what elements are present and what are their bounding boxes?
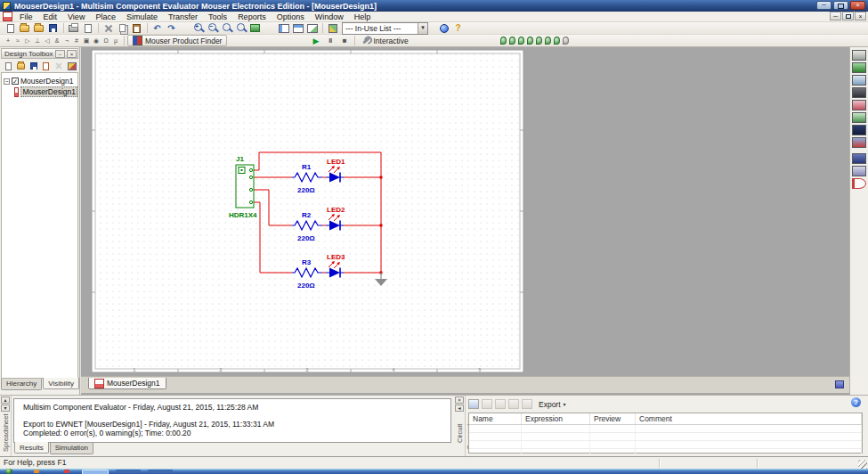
menu-place[interactable]: Place [90, 12, 121, 22]
add-parameter-button[interactable] [468, 399, 479, 409]
function-generator-icon[interactable] [852, 62, 866, 73]
design-toolbox-close-button[interactable]: × [67, 50, 77, 58]
place-indicator-button[interactable]: ◉ [92, 35, 101, 46]
mdi-minimize-button[interactable]: ─ [830, 12, 841, 20]
voltage-current-probe-button[interactable] [536, 37, 542, 45]
circuit-parameter-help-icon[interactable]: ? [851, 397, 861, 407]
fullscreen-button[interactable] [248, 22, 262, 34]
tab-results[interactable]: Results [14, 442, 49, 454]
stop-button[interactable]: ■ [337, 35, 351, 46]
menu-file[interactable]: File [14, 12, 38, 22]
taskbar-app-icon[interactable] [34, 470, 39, 473]
toggle-design-toolbox-button[interactable] [277, 22, 290, 34]
document-tab[interactable]: MouserDesign1 [88, 378, 166, 389]
sheet-corner-icon[interactable] [835, 380, 844, 388]
place-mixed-button[interactable]: ▣ [82, 35, 91, 46]
run-button[interactable]: ▶ [309, 35, 322, 46]
export-button[interactable]: Export ▾ [539, 400, 566, 409]
place-analog-button[interactable]: ◁ [43, 35, 52, 46]
bode-plotter-icon[interactable] [852, 112, 866, 123]
toggle-spreadsheet-button[interactable] [291, 22, 304, 34]
design-toolbox-minimize-button[interactable]: − [55, 50, 65, 58]
resistor-value-label[interactable]: 220Ω [297, 186, 315, 194]
taskbar-window-button-active[interactable] [82, 470, 109, 474]
mouser-product-finder-button[interactable]: Mouser Product Finder [127, 35, 227, 46]
resize-grip[interactable] [858, 460, 867, 469]
zoom-in-button[interactable]: + [191, 22, 205, 34]
delete-design-button[interactable] [53, 61, 64, 72]
taskbar-window-button[interactable] [116, 470, 141, 473]
place-misc-digital-button[interactable]: # [72, 35, 81, 46]
save-button[interactable] [46, 22, 60, 34]
print-button[interactable] [67, 22, 80, 34]
column-expression[interactable]: Expression [522, 413, 590, 424]
zoom-area-button[interactable] [220, 22, 233, 34]
document-icon[interactable] [3, 12, 12, 21]
multimeter-icon[interactable] [852, 50, 866, 61]
parameter-empty-row[interactable] [469, 425, 862, 433]
close-button[interactable]: × [850, 1, 865, 10]
dropdown-arrow-icon[interactable]: ▼ [418, 23, 427, 34]
parameter-empty-row[interactable] [469, 441, 862, 449]
resistor-ref-label[interactable]: R3 [302, 258, 312, 266]
logic-analyzer-icon[interactable] [852, 153, 866, 164]
new-button[interactable] [4, 22, 17, 34]
reference-probe-button[interactable] [545, 37, 551, 45]
resistor-ref-label[interactable]: R2 [302, 211, 312, 219]
place-misc-button[interactable]: Ω [101, 35, 110, 46]
word-generator-icon[interactable] [852, 137, 866, 148]
zoom-fit-button[interactable] [234, 22, 247, 34]
move-parameter-button[interactable] [508, 399, 519, 409]
logic-converter-icon[interactable] [852, 166, 866, 176]
tree-root-row[interactable]: − ✓ MouserDesign1 [2, 76, 77, 86]
save-design-button[interactable] [28, 61, 39, 72]
menu-tools[interactable]: Tools [203, 12, 232, 22]
schematic-workspace[interactable]: 1 2 3 4 5 [81, 47, 849, 395]
menu-edit[interactable]: Edit [38, 12, 63, 22]
place-ttl-button[interactable]: & [53, 35, 61, 46]
mdi-close-button[interactable]: × [855, 12, 866, 20]
resistor-value-label[interactable]: 220Ω [297, 234, 315, 242]
current-probe-button[interactable] [509, 37, 515, 45]
tab-simulation[interactable]: Simulation [50, 443, 93, 454]
open-design-button[interactable] [15, 61, 27, 72]
menu-simulate[interactable]: Simulate [121, 12, 163, 22]
snapshot-button[interactable] [66, 61, 77, 72]
resistor-ref-label[interactable]: R1 [302, 163, 312, 171]
menu-view[interactable]: View [62, 12, 90, 22]
column-preview[interactable]: Preview [590, 413, 636, 424]
power-probe-button[interactable] [518, 37, 524, 45]
place-cmos-button[interactable]: ¬ [62, 35, 71, 46]
in-use-list-button[interactable] [326, 22, 339, 34]
oscilloscope-icon[interactable] [852, 87, 866, 98]
refresh-parameter-button[interactable] [522, 399, 532, 409]
tab-visibility[interactable]: Visibility [43, 378, 79, 389]
close-design-button[interactable] [40, 61, 52, 72]
place-basic-button[interactable]: ≈ [13, 35, 22, 46]
menu-options[interactable]: Options [272, 12, 310, 22]
place-diode-button[interactable]: ▷ [23, 35, 32, 46]
taskbar-window-button[interactable] [148, 470, 173, 473]
voltage-probe-button[interactable] [500, 37, 507, 45]
column-name[interactable]: Name [469, 413, 522, 424]
parameter-empty-row[interactable] [469, 433, 862, 441]
minimize-button[interactable]: ─ [816, 1, 831, 10]
schematic-canvas[interactable]: 1 2 3 4 5 [81, 47, 849, 376]
menu-help[interactable]: Help [349, 12, 377, 22]
frequency-counter-icon[interactable] [852, 125, 866, 135]
cut-button[interactable] [101, 22, 115, 34]
help-button[interactable]: ? [451, 22, 465, 34]
differential-voltage-probe-button[interactable] [527, 37, 533, 45]
digital-probe-button[interactable] [554, 37, 560, 45]
wattmeter-icon[interactable] [852, 75, 866, 86]
tab-hierarchy[interactable]: Hierarchy [1, 379, 42, 390]
column-comment[interactable]: Comment [636, 413, 862, 424]
copy-button[interactable] [116, 22, 129, 34]
menu-window[interactable]: Window [310, 12, 349, 22]
mdi-restore-button[interactable] [842, 12, 854, 20]
circuit-parameter-close-button[interactable]: × [455, 396, 464, 404]
zoom-out-button[interactable]: − [206, 22, 219, 34]
led-ref-label[interactable]: LED1 [327, 158, 345, 166]
circuit-parameter-collapse-button[interactable]: ◂ [455, 405, 464, 412]
in-use-list-dropdown[interactable]: --- In-Use List --- ▼ [342, 22, 428, 35]
